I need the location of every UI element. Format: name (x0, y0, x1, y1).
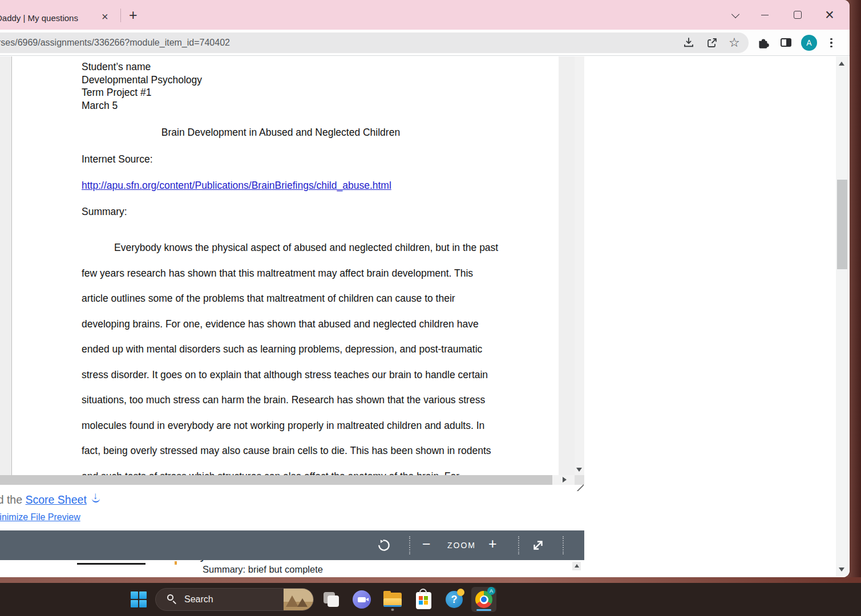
toolbar-divider (409, 536, 410, 554)
canvas-page: Student’s name Developmental Psychology … (0, 56, 850, 577)
doc-body-line-clipped: and such tests of stress which structure… (82, 471, 459, 475)
store-bag-icon (416, 592, 431, 609)
doc-body-line: situations, too much stress can harm the… (82, 394, 485, 406)
score-sheet-clipped-text: Evaluate study (137, 560, 205, 563)
page-scroll-thumb[interactable] (837, 180, 847, 269)
doc-body-line: Everybody knows the physical aspect of a… (82, 242, 498, 254)
doc-source-link[interactable]: http://apu.sfn.org/content/Publications/… (82, 180, 391, 192)
extensions-puzzle-icon[interactable] (756, 35, 771, 50)
file-preview-viewer: Student’s name Developmental Psychology … (0, 56, 584, 485)
question-mark-icon: ? (446, 591, 463, 608)
score-sheet-underline (77, 563, 145, 565)
doc-body-line: stress disorder. It goes on to explain t… (82, 369, 488, 381)
address-bar[interactable]: rses/6969/assignments/336266?module_item… (0, 33, 749, 53)
score-sheet-link[interactable]: Score Sheet (25, 493, 86, 506)
horizontal-scroll-thumb[interactable] (0, 475, 552, 485)
browser-toolbar: rses/6969/assignments/336266?module_item… (0, 30, 850, 56)
desktop-screen: Daddy | My questions × + × rses/6969/ass… (0, 0, 861, 616)
window-close-button[interactable]: × (825, 6, 834, 24)
file-explorer-button[interactable] (380, 587, 405, 612)
fullscreen-expand-icon[interactable] (531, 538, 545, 553)
tab-title[interactable]: Daddy | My questions (0, 13, 78, 23)
scroll-right-arrow-icon[interactable] (563, 477, 567, 483)
browser-window: Daddy | My questions × + × rses/6969/ass… (0, 0, 850, 577)
score-sheet-prefix-text: and the (0, 493, 25, 506)
taskbar: Search ? (0, 583, 861, 616)
doc-summary-label: Summary: (82, 206, 127, 218)
chat-icon (353, 590, 371, 609)
task-view-button[interactable] (318, 587, 343, 612)
running-indicator (391, 609, 394, 611)
doc-source-label: Internet Source: (82, 153, 153, 165)
scrollbar-corner (575, 475, 584, 485)
zoom-out-button[interactable]: − (422, 536, 431, 552)
windows-logo-icon (131, 591, 147, 607)
browser-titlebar: Daddy | My questions × + × (0, 0, 850, 30)
score-sheet-preview: Evaluate study Summary: brief but comple… (0, 560, 584, 577)
tab-separator (120, 9, 121, 22)
page-scroll-down-arrow-icon[interactable] (839, 568, 844, 572)
doc-header-line: March 5 (82, 100, 118, 112)
minimize-file-preview-link[interactable]: Minimize File Preview (0, 512, 80, 522)
search-label: Search (184, 594, 213, 605)
page-scroll-up-arrow-icon[interactable] (839, 62, 844, 66)
start-button[interactable] (126, 587, 151, 612)
search-icon (167, 594, 177, 605)
score-sheet-orange-mark (175, 561, 177, 565)
rotate-icon[interactable] (377, 538, 391, 553)
download-icon[interactable] (682, 36, 696, 50)
doc-body-line: fact, being overly stressed may also cau… (82, 445, 491, 457)
active-app-indicator (476, 609, 491, 611)
tab-close-icon[interactable]: × (102, 11, 108, 22)
zoom-label: ZOOM (447, 541, 476, 550)
chrome-taskbar-button[interactable]: A (471, 587, 496, 612)
scroll-down-arrow-icon[interactable] (576, 468, 582, 472)
doc-body-line: article outlines some of the problems th… (82, 293, 455, 305)
toolbar-divider (518, 536, 519, 554)
desktop-wallpaper-strip (0, 577, 861, 583)
window-minimize-button[interactable] (761, 15, 769, 15)
doc-header-line: Developmental Psychology (82, 74, 202, 86)
tab-search-chevron-icon[interactable] (731, 10, 739, 18)
doc-header-line: Term Project #1 (82, 87, 152, 99)
side-panel-icon[interactable] (779, 35, 794, 50)
document-page: Student’s name Developmental Psychology … (11, 56, 559, 475)
window-maximize-button[interactable] (794, 11, 802, 19)
chat-button[interactable] (349, 587, 374, 612)
taskbar-search-box[interactable]: Search (155, 588, 314, 611)
score-preview-scroll-up[interactable] (572, 562, 581, 570)
folder-icon (383, 593, 402, 607)
doc-body-line: molecules found in everybody are not wor… (82, 420, 484, 432)
zoom-in-button[interactable]: + (488, 536, 497, 552)
download-arrow-icon[interactable]: ↓ (91, 492, 103, 506)
toolbar-divider (563, 536, 564, 554)
doc-body-line: ended up with mental disorders such as l… (82, 343, 482, 355)
microsoft-store-button[interactable] (411, 587, 436, 612)
doc-title: Brain Development in Abused and Neglecte… (12, 127, 549, 139)
doc-header-line: Student’s name (82, 61, 151, 73)
profile-avatar[interactable]: A (801, 35, 817, 51)
doc-body-line: developing brains. For one, evidence has… (82, 318, 479, 330)
share-icon[interactable] (705, 36, 719, 50)
chrome-profile-badge: A (487, 587, 495, 595)
new-tab-button[interactable]: + (129, 8, 138, 22)
address-url[interactable]: rses/6969/assignments/336266?module_item… (0, 33, 230, 53)
doc-body-line: few years research has shown that this m… (82, 268, 473, 279)
help-tips-button[interactable]: ? (442, 587, 467, 612)
score-sheet-row: and the Score Sheet↓ (0, 492, 103, 506)
browser-menu-icon[interactable] (828, 36, 834, 50)
search-daily-image (284, 589, 313, 611)
notification-badge (457, 589, 464, 596)
page-scrollbar[interactable] (836, 56, 848, 576)
preview-vertical-scrollbar[interactable] (575, 56, 584, 475)
viewer-toolbar: − ZOOM + (0, 530, 584, 560)
score-sheet-summary-text: Summary: brief but complete (203, 564, 323, 575)
preview-horizontal-scrollbar[interactable] (0, 475, 575, 485)
bookmark-star-icon[interactable]: ☆ (729, 36, 742, 50)
